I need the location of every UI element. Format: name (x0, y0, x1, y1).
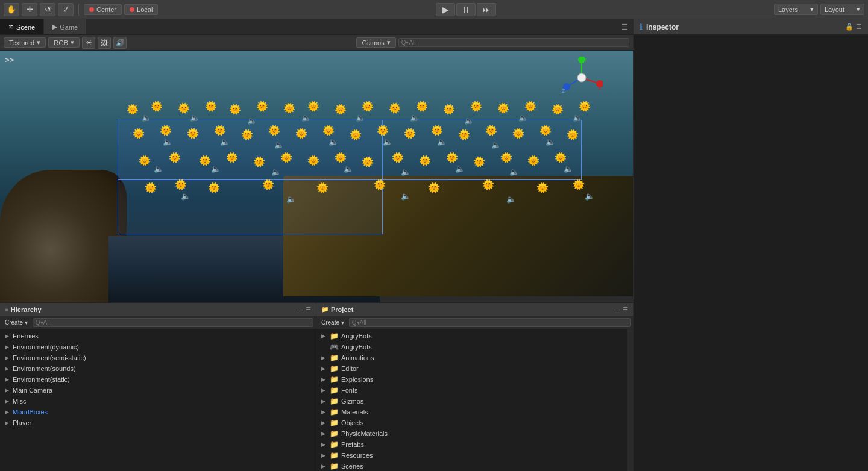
hierarchy-item-main-camera[interactable]: ▶ Main Camera (0, 385, 316, 396)
hand-tool-button[interactable]: ✋ (4, 3, 19, 16)
speaker-gizmo-29: 🔈 (506, 195, 516, 203)
local-button[interactable]: Local (124, 4, 158, 15)
panel-options-button[interactable]: ☰ (617, 19, 633, 34)
inspector-menu-button[interactable]: ☰ (856, 23, 862, 31)
gizmos-arrow-icon: ▾ (387, 39, 391, 46)
center-button[interactable]: Center (84, 4, 122, 15)
sun-gizmo-38: 🌞 (199, 156, 211, 166)
scene-viewport[interactable]: 🌞 🌞 🌞 🌞 🌞 🌞 🌞 🌞 🌞 🌞 🌞 🌞 🌞 🌞 🌞 🌞 (0, 51, 633, 302)
move-tool-button[interactable]: ✛ (22, 3, 37, 16)
hierarchy-create-button[interactable]: Create ▾ (2, 319, 30, 326)
project-item-resources[interactable]: ▶ 📁 Resources (316, 450, 627, 461)
hierarchy-collapse-button[interactable]: — (297, 306, 303, 313)
proj-arrow-icon: ▶ (321, 420, 327, 426)
folder-icon: 📁 (330, 364, 339, 373)
sun-gizmo-61: 🌞 (573, 180, 585, 190)
speaker-gizmo-30: 🔈 (585, 192, 594, 200)
proj-item-label: Scenes (341, 463, 363, 470)
proj-arrow-icon: ▶ (321, 344, 327, 350)
project-item-materials[interactable]: ▶ 📁 Materials (316, 407, 627, 417)
inspector-title: Inspector (646, 23, 679, 31)
expand-scene-button[interactable]: >> (5, 55, 14, 64)
hierarchy-options-button[interactable]: ☰ (306, 306, 311, 313)
sun-toggle[interactable]: ☀ (82, 37, 95, 49)
scene-tab-label: Scene (16, 23, 35, 31)
project-item-explosions[interactable]: ▶ 📁 Explosions (316, 374, 627, 385)
speaker-gizmo-23: 🔈 (455, 165, 465, 173)
scene-search-input[interactable] (398, 38, 629, 47)
project-item-editor[interactable]: ▶ 📁 Editor (316, 363, 627, 374)
project-item-physic-materials[interactable]: ▶ 📁 PhysicMaterials (316, 428, 627, 439)
hierarchy-panel-controls: — ☰ (297, 306, 311, 313)
image-toggle[interactable]: 🖼 (98, 37, 111, 49)
scene-gizmo-icons: 🌞 🌞 🌞 🌞 🌞 🌞 🌞 🌞 🌞 🌞 🌞 🌞 🌞 🌞 🌞 🌞 (121, 99, 603, 279)
speaker-gizmo-1: 🔈 (142, 114, 151, 122)
hierarchy-search-input[interactable] (33, 318, 313, 327)
sun-gizmo-4: 🌞 (205, 102, 217, 111)
project-item-objects[interactable]: ▶ 📁 Objects (316, 417, 627, 428)
pause-button[interactable]: ⏸ (456, 3, 476, 16)
scene-tab-icon: ≋ (8, 23, 14, 31)
sun-gizmo-50: 🌞 (527, 156, 539, 166)
color-dropdown[interactable]: RGB ▾ (48, 37, 80, 48)
scale-tool-button[interactable]: ⤢ (58, 3, 74, 16)
sun-gizmo-13: 🌞 (443, 105, 455, 114)
play-button[interactable]: ▶ (436, 3, 455, 16)
scene-tab[interactable]: ≋ Scene (0, 19, 44, 34)
proj-item-label: Resources (341, 452, 373, 459)
gizmos-dropdown[interactable]: Gizmos ▾ (356, 37, 395, 48)
game-tab[interactable]: ▶ Game (44, 19, 87, 34)
sun-gizmo-10: 🌞 (362, 102, 374, 111)
project-item-animations[interactable]: ▶ 📁 Animations (316, 352, 627, 363)
inspector-header: ℹ Inspector 🔒 ☰ (634, 19, 868, 35)
shading-dropdown[interactable]: Textured ▾ (4, 37, 46, 48)
project-item-angrybots-folder[interactable]: ▶ 📁 AngryBots (316, 331, 627, 342)
sun-gizmo-17: 🌞 (552, 105, 564, 114)
tree-arrow-icon: ▶ (5, 409, 11, 415)
layout-label: Layout (825, 6, 844, 13)
hierarchy-header-left: ≡ Hierarchy (5, 306, 42, 313)
sun-gizmo-35: 🌞 (567, 130, 579, 140)
hierarchy-item-enemies[interactable]: ▶ Enemies (0, 331, 316, 342)
hierarchy-item-env-dynamic[interactable]: ▶ Environment(dynamic) (0, 342, 316, 352)
hierarchy-item-moodboxes[interactable]: ▶ MoodBoxes (0, 407, 316, 417)
unity-asset-icon: 🎮 (330, 343, 339, 351)
project-collapse-button[interactable]: — (614, 306, 620, 313)
hierarchy-header: ≡ Hierarchy — ☰ (0, 303, 316, 316)
project-search-input[interactable] (349, 318, 631, 327)
step-button[interactable]: ⏭ (477, 3, 496, 16)
project-item-gizmos[interactable]: ▶ 📁 Gizmos (316, 396, 627, 407)
project-options-button[interactable]: ☰ (623, 306, 628, 313)
project-panel-icon: 📁 (321, 306, 329, 313)
sun-gizmo-30: 🌞 (431, 126, 443, 136)
project-scrollbar[interactable] (627, 329, 633, 471)
speaker-gizmo-6: 🔈 (274, 141, 284, 149)
speaker-gizmo-3: 🔈 (190, 114, 200, 122)
project-item-scenes[interactable]: ▶ 📁 Scenes (316, 461, 627, 471)
hierarchy-item-env-semi-static[interactable]: ▶ Environment(semi-static) (0, 352, 316, 363)
inspector-lock-button[interactable]: 🔒 (845, 23, 854, 31)
hierarchy-item-player[interactable]: ▶ Player (0, 417, 316, 428)
layers-dropdown[interactable]: Layers ▾ (774, 4, 818, 15)
sun-gizmo-57: 🌞 (374, 180, 386, 190)
project-item-prefabs[interactable]: ▶ 📁 Prefabs (316, 439, 627, 450)
speaker-gizmo-15: 🔈 (518, 114, 528, 122)
layout-dropdown[interactable]: Layout ▾ (820, 4, 864, 15)
proj-arrow-icon: ▶ (321, 376, 327, 382)
rotate-tool-button[interactable]: ↺ (40, 3, 55, 16)
project-item-angrybots-asset[interactable]: ▶ 🎮 AngryBots (316, 342, 627, 352)
hierarchy-item-misc[interactable]: ▶ Misc (0, 396, 316, 407)
tree-arrow-icon: ▶ (5, 398, 11, 404)
sun-gizmo-11: 🌞 (389, 104, 401, 113)
left-panel: ≋ Scene ▶ Game ☰ Textured ▾ RGB ▾ ☀ 🖼 🔊 (0, 19, 633, 471)
speaker-gizmo-9: 🔈 (356, 114, 365, 122)
hierarchy-item-env-sounds[interactable]: ▶ Environment(sounds) (0, 363, 316, 374)
speaker-gizmo-4: 🔈 (220, 138, 230, 146)
project-item-fonts[interactable]: ▶ 📁 Fonts (316, 385, 627, 396)
layers-label: Layers (778, 6, 798, 13)
project-create-button[interactable]: Create ▾ (319, 319, 347, 326)
hierarchy-item-env-static[interactable]: ▶ Environment(static) (0, 374, 316, 385)
audio-toggle[interactable]: 🔊 (113, 37, 127, 49)
speaker-gizmo-14: 🔈 (491, 141, 501, 149)
inspector-controls: 🔒 ☰ (845, 23, 862, 31)
